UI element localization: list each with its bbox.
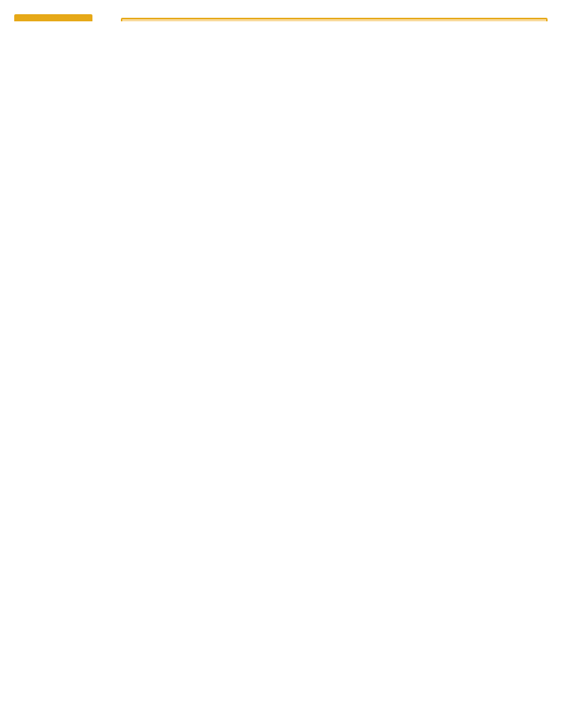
sample-box: In the screenshot, you can see the list …: [121, 18, 548, 21]
vertical-title-bar: SHOW NEGATIVE NUMBERS IN BRACKET AND RED…: [14, 14, 92, 21]
page-title: SHOW NEGATIVE NUMBERS IN BRACKET AND RED…: [29, 14, 78, 21]
